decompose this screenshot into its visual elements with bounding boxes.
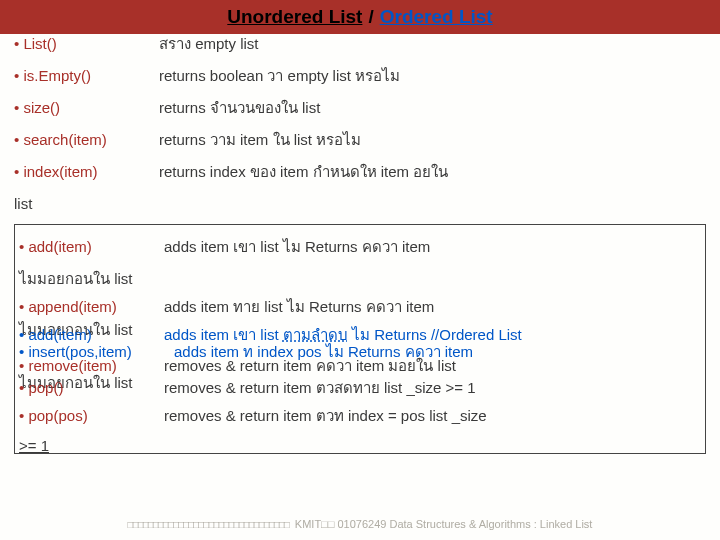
slide-footer: □□□□□□□□□□□□□□□□□□□□□□□□□□□□□□□□ KMIT□□ …: [14, 516, 706, 534]
title-unordered: Unordered List: [227, 6, 362, 28]
text-continuation: >= 1: [19, 434, 701, 458]
text-continuation: ไมมอยกอนใน list: [19, 267, 701, 291]
method-row: • pop(pos) removes & return item ตวท ind…: [19, 404, 701, 428]
slide-content: • List() สราง empty list • is.Empty() re…: [0, 32, 720, 538]
method-desc: สราง empty list: [159, 32, 706, 56]
title-slash: /: [368, 6, 373, 28]
method-desc: removes & return item ตวสดทาย list _size…: [164, 379, 701, 398]
method-desc: adds item เขา list ไม Returns คดวา item: [164, 235, 701, 259]
ordered-phrase: ตามลำดบ: [283, 326, 348, 343]
method-row: • append(item) adds item ทาย list ไม Ret…: [19, 295, 701, 319]
method-name: • append(item): [19, 295, 164, 319]
method-row: • search(item) returns วาม item ใน list …: [14, 128, 706, 152]
method-desc: returns index ของ item กำหนดให item อยใน: [159, 160, 706, 184]
method-name: • size(): [14, 96, 159, 120]
method-name: • pop(pos): [19, 404, 164, 428]
footer-text: KMIT□□ 01076249 Data Structures & Algori…: [295, 516, 593, 534]
method-row: • pop() removes & return item ตวสดทาย li…: [19, 379, 701, 398]
method-desc: returns boolean วา empty list หรอไม: [159, 64, 706, 88]
method-desc: removes & return item ตวท index = pos li…: [164, 404, 701, 428]
method-name: • is.Empty(): [14, 64, 159, 88]
method-desc: returns จำนวนของใน list: [159, 96, 706, 120]
footer-glyphs: □□□□□□□□□□□□□□□□□□□□□□□□□□□□□□□□: [128, 517, 289, 533]
list-continuation: list: [14, 192, 706, 216]
desc-part: ไม Returns //Ordered List: [348, 326, 522, 343]
method-name: • List(): [14, 32, 159, 56]
overlap-block: ไมมอยกอนใน list • add(item) adds item เข…: [19, 321, 701, 398]
title-ordered: Ordered List: [380, 6, 493, 28]
method-name: • add(item): [19, 235, 164, 259]
method-row: • is.Empty() returns boolean วา empty li…: [14, 64, 706, 88]
methods-box: • add(item) adds item เขา list ไม Return…: [14, 224, 706, 454]
method-desc: returns วาม item ใน list หรอไม: [159, 128, 706, 152]
method-desc: removes & return item คดวา item มอยใน li…: [164, 357, 701, 376]
method-name: • search(item): [14, 128, 159, 152]
method-row: • add(item) adds item เขา list ไม Return…: [19, 235, 701, 259]
method-row: • List() สราง empty list: [14, 32, 706, 56]
method-desc: adds item ทาย list ไม Returns คดวา item: [164, 295, 701, 319]
slide-header: Unordered List / Ordered List: [0, 0, 720, 34]
desc-part: adds item เขา list: [164, 326, 283, 343]
method-name: • pop(): [19, 379, 164, 398]
method-row: • size() returns จำนวนของใน list: [14, 96, 706, 120]
method-row: • index(item) returns index ของ item กำห…: [14, 160, 706, 184]
method-name: • index(item): [14, 160, 159, 184]
